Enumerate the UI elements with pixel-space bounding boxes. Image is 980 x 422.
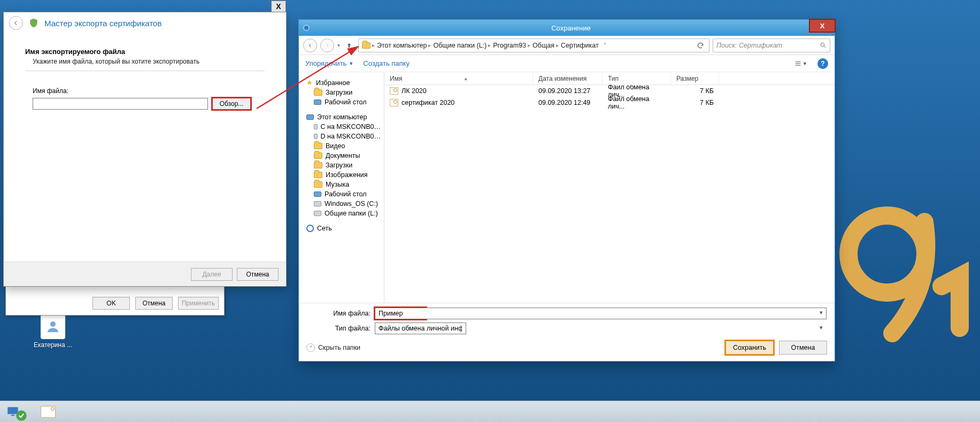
toolbar: Упорядочить ▼ Создать папку ▼ ? [299, 55, 835, 72]
svg-point-8 [16, 410, 27, 421]
list-view-icon [794, 60, 801, 67]
chevron-up-icon: ˄ [306, 343, 315, 352]
organize-menu[interactable]: Упорядочить ▼ [305, 59, 353, 67]
tree-item[interactable]: C на MSKCONB0… [299, 122, 384, 132]
tree-item[interactable]: Изображения [299, 170, 384, 180]
star-icon: ★ [306, 79, 313, 87]
wizard-back-button[interactable] [9, 16, 23, 30]
folder-icon [314, 89, 322, 96]
desktop: Екатерина ... OK Отмена Применить X Маст… [0, 0, 980, 422]
tree-item[interactable]: D на MSKCONB0… [299, 132, 384, 141]
drive-icon [314, 134, 318, 139]
tree-item[interactable]: Общие папки (L:) [299, 209, 384, 218]
tree-item[interactable]: Рабочий стол [299, 189, 384, 199]
file-row[interactable]: сертификат 2020 09.09.2020 12:49 Файл об… [384, 97, 835, 109]
parent-ok-button[interactable]: OK [92, 297, 130, 310]
save-filename-input-ext[interactable] [426, 308, 827, 319]
svg-point-0 [848, 216, 925, 293]
drive-icon [314, 211, 321, 216]
export-wizard-window: X Мастер экспорта сертификатов Имя экспо… [3, 12, 287, 287]
hide-folders-toggle[interactable]: ˄ Скрыть папки [306, 343, 360, 352]
arrow-up-icon [345, 42, 353, 49]
tree-item[interactable]: Рабочий стол [299, 97, 384, 107]
save-cancel-button[interactable]: Отмена [779, 341, 827, 355]
parent-cancel-button[interactable]: Отмена [135, 297, 173, 310]
save-close-button[interactable]: X [810, 20, 835, 32]
desktop-shortcut[interactable]: Екатерина ... [32, 314, 74, 349]
breadcrumb-segment: ▸Общая [528, 42, 554, 49]
folder-icon [314, 143, 322, 149]
tree-item[interactable]: Документы [299, 151, 384, 160]
app-icon [302, 24, 311, 32]
certificate-icon [390, 99, 398, 106]
col-name[interactable]: Имя▲ [384, 72, 533, 85]
folder-icon [314, 181, 322, 188]
search-box[interactable]: Поиск: Сертификат [713, 39, 830, 52]
nav-up-button[interactable] [343, 39, 355, 52]
svg-point-4 [304, 26, 308, 30]
folder-icon [314, 162, 322, 168]
tree-this-pc[interactable]: Этот компьютер [299, 112, 384, 122]
recent-locations-dropdown[interactable]: ▾ [337, 42, 340, 48]
wizard-heading: Имя экспортируемого файла [25, 48, 265, 56]
taskbar[interactable] [0, 401, 980, 422]
save-filename-label: Имя файла: [306, 310, 371, 317]
nav-bar: ▾ ▸Этот компьютер ▸Общие папки (L:) ▸Pro… [299, 36, 835, 55]
network-icon [306, 225, 314, 232]
taskbar-item[interactable] [4, 403, 30, 420]
arrow-left-icon [307, 42, 313, 49]
taskbar-item[interactable] [35, 403, 61, 420]
tree-item[interactable]: Загрузки [299, 88, 384, 97]
view-options-button[interactable]: ▼ [794, 58, 808, 70]
breadcrumb-segment: ▸Сертификат [556, 42, 599, 49]
wizard-close-button[interactable]: X [271, 1, 286, 12]
wizard-filename-label: Имя файла: [33, 87, 265, 95]
col-date[interactable]: Дата изменения [533, 72, 603, 85]
tree-favorites[interactable]: ★Избранное [299, 78, 384, 88]
save-filetype-select[interactable] [375, 323, 466, 334]
wizard-filename-input[interactable] [33, 98, 208, 110]
nav-back-button[interactable] [303, 39, 317, 52]
computer-icon [306, 114, 314, 120]
save-filetype-label: Тип файла: [306, 325, 371, 332]
arrow-left-icon [12, 19, 20, 27]
address-dropdown[interactable]: ˅ [604, 42, 606, 48]
wizard-subtext: Укажите имя файла, который вы хотите экс… [33, 58, 265, 65]
breadcrumb-segment: ▸Этот компьютер [372, 42, 427, 49]
wizard-cancel-button[interactable]: Отмена [237, 268, 279, 281]
drive-icon [314, 201, 321, 206]
nav-forward-button [320, 39, 334, 52]
parent-dialog: OK Отмена Применить [5, 283, 225, 316]
col-type[interactable]: Тип [603, 72, 671, 85]
desktop-shortcut-label: Екатерина ... [32, 341, 74, 349]
search-placeholder: Поиск: Сертификат [716, 42, 782, 49]
navigation-tree[interactable]: ★Избранное Загрузки Рабочий стол Этот ко… [299, 72, 384, 303]
arrow-right-icon [324, 42, 330, 49]
tree-item[interactable]: Загрузки [299, 160, 384, 170]
parent-apply-button: Применить [178, 297, 219, 310]
desktop-icon [314, 99, 321, 105]
drive-icon [314, 124, 318, 129]
search-icon [820, 42, 827, 49]
tree-item[interactable]: Видео [299, 141, 384, 151]
save-filename-input[interactable] [375, 308, 426, 319]
col-size[interactable]: Размер [671, 72, 719, 85]
save-button[interactable]: Сохранить [726, 341, 774, 355]
svg-point-1 [50, 321, 56, 327]
column-headers[interactable]: Имя▲ Дата изменения Тип Размер [384, 72, 835, 85]
help-button[interactable]: ? [817, 58, 828, 69]
refresh-button[interactable] [695, 42, 706, 49]
address-bar[interactable]: ▸Этот компьютер ▸Общие папки (L:) ▸Progr… [358, 39, 709, 52]
certificate-icon [41, 406, 56, 418]
new-folder-button[interactable]: Создать папку [363, 59, 410, 67]
save-title: Сохранение [311, 24, 831, 32]
folder-icon [314, 172, 322, 178]
browse-button[interactable]: Обзор... [212, 98, 251, 110]
tree-item[interactable]: Музыка [299, 180, 384, 189]
desktop-icon [314, 191, 321, 197]
svg-point-5 [821, 43, 824, 47]
save-dialog: Сохранение X ▾ ▸Этот компьютер ▸Общие па… [298, 19, 835, 362]
tree-item[interactable]: Windows_OS (C:) [299, 199, 384, 209]
breadcrumb-segment: ▸Program93 [488, 42, 526, 49]
tree-network[interactable]: Сеть [299, 224, 384, 233]
